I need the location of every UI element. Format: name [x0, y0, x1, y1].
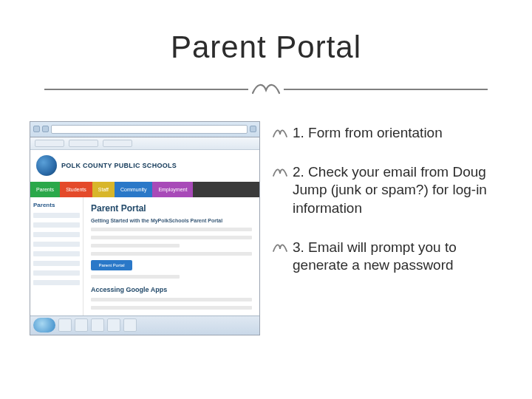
body-text-line [91, 306, 252, 310]
embedded-screenshot: POLK COUNTY PUBLIC SCHOOLS Parents Stude… [30, 121, 260, 335]
nav-item: Community [115, 182, 152, 197]
site-sidebar: Parents [30, 197, 83, 316]
body-text-line [91, 236, 252, 239]
bullet-text: 2. Check your email from Doug Jump (junk… [293, 163, 502, 218]
flourish-icon [248, 78, 284, 100]
browser-tabs [30, 137, 259, 150]
nav-back-icon [33, 126, 40, 132]
sidebar-item [33, 251, 80, 256]
page-title: Parent Portal [0, 30, 532, 65]
district-logo-icon [36, 155, 57, 176]
sidebar-item [33, 213, 80, 218]
body-text-line [91, 298, 252, 301]
taskbar-item [75, 318, 88, 332]
nav-fwd-icon [42, 126, 49, 132]
body-text-line [91, 244, 180, 248]
bullet-text: 1. Form from orientation [293, 124, 443, 143]
browser-tab-item [69, 140, 98, 147]
taskbar-item [58, 318, 72, 332]
sidebar-item [33, 222, 80, 228]
page-subheading: Getting Started with the MyPolkSchools P… [91, 218, 252, 223]
district-name: POLK COUNTY PUBLIC SCHOOLS [61, 162, 177, 169]
divider-line-left [44, 89, 248, 90]
body-text-line [91, 252, 252, 256]
browser-tab-item [35, 140, 64, 147]
flourish-bullet-icon [272, 126, 288, 142]
flourish-bullet-icon [272, 165, 288, 181]
screenshot-column: POLK COUNTY PUBLIC SCHOOLS Parents Stude… [30, 121, 260, 335]
bullet-item: 2. Check your email from Doug Jump (junk… [272, 163, 502, 218]
taskbar-item [91, 318, 104, 332]
browser-tab-item [103, 140, 132, 147]
taskbar [30, 316, 259, 335]
site-nav: Parents Students Staff Community Employm… [30, 182, 259, 197]
divider-line-right [284, 89, 488, 90]
taskbar-item [107, 318, 120, 332]
site-body: Parents Parent Portal Getting Started wi… [30, 197, 259, 316]
title-divider [44, 78, 488, 100]
nav-item: Parents [30, 182, 60, 197]
site-main: Parent Portal Getting Started with the M… [83, 197, 259, 316]
flourish-bullet-icon [272, 240, 288, 256]
sidebar-item [33, 232, 80, 237]
bullet-column: 1. Form from orientation 2. Check your e… [272, 121, 502, 335]
page-heading: Parent Portal [91, 203, 252, 214]
nav-item: Employment [152, 182, 193, 197]
bullet-text: 3. Email will prompt you to generate a n… [293, 239, 502, 275]
nav-refresh-icon [250, 126, 256, 132]
bullet-item: 1. Form from orientation [272, 124, 502, 143]
slide: Parent Portal [0, 0, 532, 399]
sidebar-item [33, 261, 80, 266]
start-button-icon [33, 318, 55, 332]
browser-chrome-top [30, 122, 259, 137]
sidebar-item [33, 242, 80, 247]
bullet-item: 3. Email will prompt you to generate a n… [272, 239, 502, 275]
taskbar-item [123, 318, 137, 332]
sidebar-heading: Parents [33, 202, 80, 208]
address-bar [51, 125, 248, 134]
nav-item: Staff [92, 182, 115, 197]
nav-item: Students [60, 182, 92, 197]
sidebar-item [33, 270, 80, 276]
parent-portal-button: Parent Portal [91, 260, 132, 270]
sidebar-item [33, 280, 80, 285]
page-heading-2: Accessing Google Apps [91, 286, 252, 293]
body-text-line [91, 275, 180, 279]
body-text-line [91, 228, 252, 231]
content-row: POLK COUNTY PUBLIC SCHOOLS Parents Stude… [0, 121, 532, 335]
site-header: POLK COUNTY PUBLIC SCHOOLS [30, 150, 259, 182]
